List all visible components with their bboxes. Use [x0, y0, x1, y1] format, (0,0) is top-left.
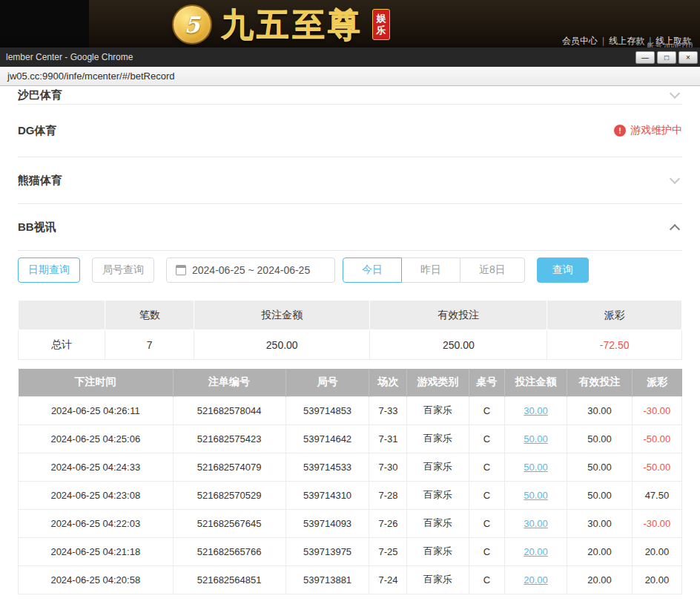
minimize-button[interactable]: — [635, 51, 655, 64]
coin-number: 5 [185, 12, 200, 38]
payout: -30.00 [632, 396, 681, 424]
table-no: C [469, 396, 504, 424]
bet-amount: 50.00 [505, 424, 567, 453]
bet-order-id: 521682567645 [173, 509, 285, 537]
summary-header-valid-bet: 有效投注 [370, 301, 547, 330]
valid-bet: 30.00 [567, 396, 633, 424]
payout: 20.00 [632, 537, 681, 565]
chevron-down-icon [670, 173, 680, 183]
bet-amount-link[interactable]: 20.00 [524, 574, 548, 586]
game-type: 百家乐 [407, 481, 469, 509]
summary-payout: -72.50 [547, 330, 682, 360]
session: 7-31 [369, 424, 407, 453]
bet-order-id: 521682565766 [173, 537, 285, 565]
bet-amount-link[interactable]: 50.00 [524, 462, 548, 473]
coin-logo-icon: 5 [172, 4, 212, 45]
game-type: 百家乐 [407, 453, 469, 481]
bet-amount-link[interactable]: 30.00 [524, 405, 548, 416]
table-row: 2024-06-25 04:26:11521682578044539714853… [19, 396, 682, 424]
bet-time: 2024-06-25 04:26:11 [19, 396, 174, 424]
valid-bet: 50.00 [567, 424, 633, 453]
bet-amount-link[interactable]: 50.00 [524, 490, 548, 501]
bets-col-header: 有效投注 [567, 369, 633, 396]
valid-bet: 30.00 [567, 509, 633, 537]
tab-date-query[interactable]: 日期查询 [18, 258, 80, 283]
header-corner-block [0, 0, 89, 47]
bets-col-header: 局号 [285, 369, 369, 396]
nav-deposit[interactable]: 线上存款 [609, 36, 644, 46]
game-type: 百家乐 [407, 565, 469, 594]
summary-header-row: 笔数 投注金额 有效投注 派彩 [19, 301, 682, 330]
bet-time: 2024-06-25 04:21:18 [19, 537, 174, 565]
brand-text: 九五至尊 [221, 3, 363, 47]
quick-today-button[interactable]: 今日 [343, 258, 402, 283]
maximize-button[interactable]: □ [657, 51, 676, 64]
window-titlebar[interactable]: lember Center - Google Chrome — □ × [0, 47, 700, 67]
bet-amount: 20.00 [505, 537, 567, 565]
section-bb-live[interactable]: BB视讯 [18, 204, 682, 251]
table-no: C [469, 565, 504, 594]
round-id: 539714310 [285, 481, 369, 509]
bet-order-id: 521682575423 [173, 424, 285, 453]
table-no: C [469, 481, 504, 509]
url-bar[interactable]: jw05.cc:9900/infe/mcenter/#/betRecord [0, 67, 700, 86]
bets-col-header: 游戏类别 [407, 369, 469, 396]
summary-table: 笔数 投注金额 有效投注 派彩 总计 7 250.00 250.00 -72.5… [18, 300, 682, 360]
bet-amount-link[interactable]: 20.00 [524, 546, 548, 557]
section-saba-sports[interactable]: 沙巴体育 [18, 86, 682, 105]
nav-member-center[interactable]: 会员中心 [562, 36, 598, 46]
bet-amount: 20.00 [505, 565, 567, 594]
search-button[interactable]: 查询 [537, 258, 589, 283]
payout: -30.00 [632, 509, 681, 537]
bet-order-id: 521682570529 [173, 481, 285, 509]
bet-time: 2024-06-25 04:23:08 [19, 481, 174, 509]
maintenance-badge: ! 游戏维护中 [614, 124, 682, 137]
bets-col-header: 投注金额 [505, 369, 567, 396]
valid-bet: 20.00 [567, 565, 633, 594]
summary-header-bet-amount: 投注金额 [194, 301, 370, 330]
bet-amount-link[interactable]: 50.00 [524, 433, 548, 445]
site-header: 5 九五至尊 娱乐 会员中心|线上存款|线上取款 帐号 anae110 [0, 0, 700, 47]
bets-table: 下注时间注单编号局号场次游戏类别桌号投注金额有效投注派彩 2024-06-25 … [18, 369, 682, 594]
date-range-input[interactable]: 2024-06-25 ~ 2024-06-25 [166, 258, 335, 283]
round-id: 539714533 [285, 453, 369, 481]
summary-header-blank [19, 301, 105, 330]
game-type: 百家乐 [407, 537, 469, 565]
table-no: C [469, 537, 504, 565]
game-type: 百家乐 [407, 424, 469, 453]
bet-time: 2024-06-25 04:22:03 [19, 509, 174, 537]
window-title: lember Center - Google Chrome [6, 52, 133, 62]
window-controls: — □ × [635, 51, 700, 64]
table-row: 2024-06-25 04:21:18521682565766539713975… [19, 537, 682, 565]
section-dg-sports[interactable]: DG体育 ! 游戏维护中 [18, 105, 682, 157]
valid-bet: 20.00 [567, 537, 633, 565]
quick-range-group: 今日 昨日 近8日 [343, 258, 525, 283]
section-panda-sports[interactable]: 熊猫体育 [18, 157, 682, 204]
valid-bet: 50.00 [567, 453, 633, 481]
summary-total-row: 总计 7 250.00 250.00 -72.50 [19, 330, 682, 360]
table-no: C [469, 509, 504, 537]
bet-amount: 30.00 [505, 396, 567, 424]
bets-header-row: 下注时间注单编号局号场次游戏类别桌号投注金额有效投注派彩 [19, 369, 682, 396]
table-no: C [469, 424, 504, 453]
session: 7-28 [369, 481, 407, 509]
bet-amount-link[interactable]: 30.00 [524, 518, 548, 529]
payout: -50.00 [632, 424, 681, 453]
table-row: 2024-06-25 04:24:33521682574079539714533… [19, 453, 682, 481]
page-url: jw05.cc:9900/infe/mcenter/#/betRecord [7, 70, 174, 82]
chevron-down-icon [670, 88, 680, 98]
session: 7-30 [369, 453, 407, 481]
section-label: 熊猫体育 [18, 174, 62, 188]
tab-round-query[interactable]: 局号查询 [92, 258, 154, 283]
bet-time: 2024-06-25 04:20:58 [19, 565, 174, 594]
bet-time: 2024-06-25 04:25:06 [19, 424, 174, 453]
table-row: 2024-06-25 04:25:06521682575423539714642… [19, 424, 682, 453]
quick-yesterday-button[interactable]: 昨日 [401, 258, 460, 283]
quick-8days-button[interactable]: 近8日 [460, 258, 525, 283]
close-button[interactable]: × [678, 51, 698, 64]
summary-total-label: 总计 [19, 330, 105, 360]
date-range-value: 2024-06-25 ~ 2024-06-25 [192, 264, 310, 276]
bets-col-header: 下注时间 [19, 369, 174, 396]
summary-header-count: 笔数 [105, 301, 194, 330]
bet-amount: 50.00 [505, 453, 567, 481]
